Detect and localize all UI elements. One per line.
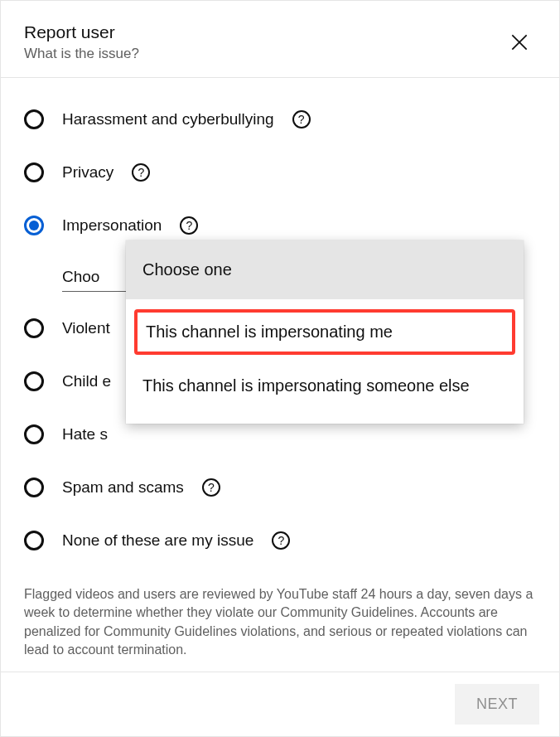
help-icon[interactable]: ?: [272, 531, 290, 550]
dropdown-item-impersonating-someone-else[interactable]: This channel is impersonating someone el…: [126, 360, 524, 412]
report-user-dialog: Report user What is the issue? Harassmen…: [0, 0, 560, 737]
radio-icon-selected: [24, 216, 44, 235]
header-text: Report user What is the issue?: [24, 22, 139, 62]
radio-icon: [24, 478, 44, 497]
option-spam[interactable]: Spam and scams ?: [24, 461, 536, 514]
option-label: Impersonation: [62, 216, 162, 235]
next-button[interactable]: NEXT: [455, 684, 539, 725]
option-label: Child e: [62, 372, 111, 390]
help-icon[interactable]: ?: [180, 216, 198, 235]
option-label: Violent: [62, 319, 110, 337]
help-icon[interactable]: ?: [132, 163, 150, 182]
radio-icon: [24, 318, 44, 338]
dialog-subtitle: What is the issue?: [24, 46, 139, 62]
help-icon[interactable]: ?: [202, 478, 220, 497]
dialog-header: Report user What is the issue?: [1, 1, 559, 78]
option-label: Spam and scams: [62, 478, 184, 497]
option-harassment[interactable]: Harassment and cyberbullying ?: [24, 93, 536, 146]
radio-icon: [24, 371, 44, 391]
disclaimer-text: Flagged videos and users are reviewed by…: [24, 585, 536, 660]
impersonation-dropdown: Choose one This channel is impersonating…: [126, 240, 524, 424]
option-privacy[interactable]: Privacy ?: [24, 146, 536, 199]
dialog-body: Harassment and cyberbullying ? Privacy ?…: [1, 78, 559, 672]
radio-icon: [24, 109, 44, 129]
option-label: Harassment and cyberbullying: [62, 110, 274, 128]
dialog-title: Report user: [24, 22, 139, 42]
help-icon[interactable]: ?: [292, 110, 311, 128]
option-none[interactable]: None of these are my issue ?: [24, 514, 536, 567]
option-label: Hate s: [62, 425, 108, 444]
radio-icon: [24, 531, 44, 550]
dropdown-header: Choose one: [126, 240, 524, 299]
option-label: Privacy: [62, 163, 113, 182]
option-label: None of these are my issue: [62, 531, 253, 550]
close-button[interactable]: [503, 26, 536, 59]
close-icon: [509, 32, 530, 53]
radio-icon: [24, 424, 44, 444]
dialog-footer: NEXT: [1, 672, 559, 736]
dropdown-item-impersonating-me[interactable]: This channel is impersonating me: [134, 309, 515, 355]
radio-icon: [24, 162, 44, 182]
